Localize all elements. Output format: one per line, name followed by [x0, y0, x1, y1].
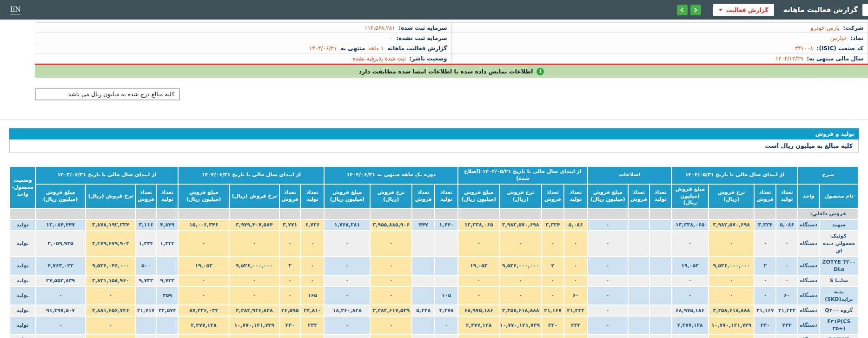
value-cell — [435, 231, 458, 257]
symbol-value: خپارس — [830, 35, 847, 41]
value-cell: ۶۰ — [776, 286, 798, 305]
production-sales-table-wrap: شرحاز ابتدای سال مالی تا تاریخ ۱۴۰۴/۰۵/۳… — [9, 166, 859, 338]
value-cell: ۲,۴۷۷,۱۲۸ — [178, 316, 229, 335]
product-name-cell: ZOTYE T۳۰۰ DL۵ — [820, 257, 858, 275]
value-cell: ۰ — [542, 286, 564, 305]
section-row-cell — [324, 208, 370, 219]
value-cell: ۶۸,۹۷۵,۱۸۶ — [458, 305, 500, 316]
english-language-link[interactable]: EN — [10, 6, 20, 14]
report-type-dropdown[interactable]: گزارش فعالیت — [713, 4, 774, 16]
table-row: F۲۱P(CS ۳۵+)دستگاه۲۳۳۲۳۰۱۰,۷۷۰,۱۲۱,۷۳۹۲,… — [10, 316, 858, 335]
product-name-cell: بدنه پراید(SKD) — [820, 286, 858, 305]
signature-banner: i اطلاعات نمایش داده شده با اطلاعات امضا… — [35, 65, 868, 78]
value-cell: ۰ — [279, 286, 301, 305]
header-group-3: دوره یک ماهه منتهی به ۱۴۰۴/۰۶/۳۱ — [324, 166, 458, 184]
value-cell: ۰ — [754, 286, 776, 305]
section-row-cell — [499, 208, 541, 219]
value-cell: ۱۳۰ — [754, 334, 776, 338]
value-cell: ۲۵۸ — [279, 334, 301, 338]
value-cell: ۰ — [588, 275, 628, 286]
value-cell: ۲,۴۷۷,۱۲۸ — [671, 316, 708, 335]
unit-cell: دستگاه — [798, 334, 820, 338]
value-cell — [649, 275, 672, 286]
product-name-cell: سهند — [820, 219, 858, 231]
value-cell: ۳,۲۸۳,۹۲۶,۸۲۸ — [229, 305, 279, 316]
next-report-button[interactable] — [690, 5, 701, 15]
value-cell: ۰ — [86, 286, 136, 305]
table-row: گروه Q۲۰۰دستگاه۲۱,۴۳۲۲۱,۱۶۷۳,۲۵۸,۶۱۸,۸۸۸… — [10, 305, 858, 316]
value-cell: ۳,۳۲۴ — [754, 219, 776, 231]
section-row-cell — [300, 208, 324, 219]
value-cell: ۱,۹۴۰,۱۳۵ — [324, 334, 370, 338]
value-cell — [136, 286, 157, 305]
value-cell — [628, 305, 649, 316]
value-cell: ۲ — [542, 257, 564, 275]
value-cell: ۲۳۰ — [542, 316, 564, 335]
value-cell: ۰ — [300, 334, 324, 338]
amounts-note-box: کلیه مبالغ درج شده به میلیون ریال می باش… — [35, 88, 180, 100]
signature-banner-text: اطلاعات نمایش داده شده با اطلاعات امضا ش… — [359, 68, 533, 75]
value-cell: ۵,۴۲۸ — [412, 305, 435, 316]
info-row: کد صنعت (ISIC): ۳۴۱۰۰۸ گزارش فعالیت ماها… — [35, 43, 868, 53]
value-cell: ۰ — [564, 275, 588, 286]
section-row: فروش داخلي: — [10, 208, 858, 219]
header-col-qty_sold: تعداد فروش — [279, 184, 301, 209]
value-cell: ۳,۱۱۶ — [136, 219, 157, 231]
chevron-right-icon — [693, 7, 697, 12]
value-cell: ۱۵,۰۵۳,۱۸۴,۶۱۵ — [709, 334, 755, 338]
value-cell: ۰ — [499, 275, 541, 286]
value-cell — [136, 316, 157, 335]
section-title-bar: تولید و فروش — [9, 128, 859, 139]
section-row-cell — [86, 208, 136, 219]
section-row-cell — [412, 208, 435, 219]
value-cell: ۰ — [754, 275, 776, 286]
info-icon: i — [537, 68, 544, 75]
info-row: سال مالی منتهی به: ۱۴۰۴/۱۲/۲۹ وضعیت ناشر… — [35, 53, 868, 64]
value-cell: ۰ — [709, 286, 755, 305]
registered-capital-cell: سرمایه ثبت شده: ۱۱۳,۵۶۸,۲۸۱ — [35, 23, 452, 33]
value-cell: ۰ — [300, 257, 324, 275]
value-cell: ۴۴۷ — [412, 219, 435, 231]
value-cell — [136, 334, 157, 338]
header-col-amount: مبلغ فروش (میلیون ریال) — [671, 184, 708, 209]
value-cell: ۰ — [776, 275, 798, 286]
header-group-5: از ابتدای سال مالی تا تاریخ ۱۴۰۳/۰۶/۳۱ — [35, 166, 178, 184]
value-cell — [649, 286, 672, 305]
report-period-length: ۱ ماهه — [368, 45, 384, 52]
value-cell: ۰ — [588, 286, 628, 305]
value-cell: ۰ — [324, 316, 370, 335]
isic-label: کد صنعت (ISIC): — [817, 45, 863, 52]
value-cell: ۶,۷۲۶ — [300, 219, 324, 231]
value-cell: ۲۱,۱۶۷ — [542, 305, 564, 316]
registered-capital-value: ۱۱۳,۵۶۸,۲۸۱ — [364, 25, 395, 31]
value-cell: ۸۷,۳۳۶,۰۳۴ — [178, 305, 229, 316]
value-cell: ۱۳,۲۳۸,۰۶۵ — [458, 219, 500, 231]
value-cell: ۱۲۸ — [412, 334, 435, 338]
header-group-4: از ابتدای سال مالی تا تاریخ ۱۴۰۴/۰۶/۳۱ — [178, 166, 324, 184]
value-cell — [628, 219, 649, 231]
value-cell: ۳۵۹ — [156, 286, 178, 305]
value-cell: ۰ — [279, 231, 301, 257]
value-cell: ۲۶,۵۹۵ — [279, 305, 301, 316]
value-cell — [628, 334, 649, 338]
info-row: نماد: خپارس سرمایه ثبت نشده: ۰ — [35, 33, 868, 43]
value-cell: ۰ — [178, 286, 229, 305]
company-info-table: شرکت: پارس خودرو سرمایه ثبت شده: ۱۱۳,۵۶۸… — [35, 22, 868, 64]
issuer-status-value: ثبت شده پذیرفته نشده — [352, 55, 406, 62]
value-cell: ۲۱,۱۶۷ — [754, 305, 776, 316]
table-row: کوئیک معمولي دنده ايدستگاه۰۰۰۰۰۰۰۰۰۰۰۰۰۰… — [10, 231, 858, 257]
isic-cell: کد صنعت (ISIC): ۳۴۱۰۰۸ — [451, 43, 868, 53]
value-cell: ۰ — [671, 286, 708, 305]
value-cell: ۲۷,۵۵۲,۸۳۹ — [35, 275, 86, 286]
section-row-cell — [776, 208, 798, 219]
section-row-cell — [10, 208, 35, 219]
value-cell: ۲۳۰ — [279, 316, 301, 335]
value-cell: ۱۰,۷۷۰,۱۲۱,۷۳۹ — [499, 316, 541, 335]
previous-report-button[interactable] — [677, 5, 688, 15]
value-cell: ۰ — [35, 286, 86, 305]
value-cell: ۱۳۰ — [542, 334, 564, 338]
unit-cell: دستگاه — [798, 219, 820, 231]
value-cell: ۰ — [542, 231, 564, 257]
header-group-0: از ابتدای سال مالی تا تاریخ ۱۴۰۴/۰۵/۳۱ — [671, 166, 797, 184]
status-cell: تولید — [10, 257, 35, 275]
